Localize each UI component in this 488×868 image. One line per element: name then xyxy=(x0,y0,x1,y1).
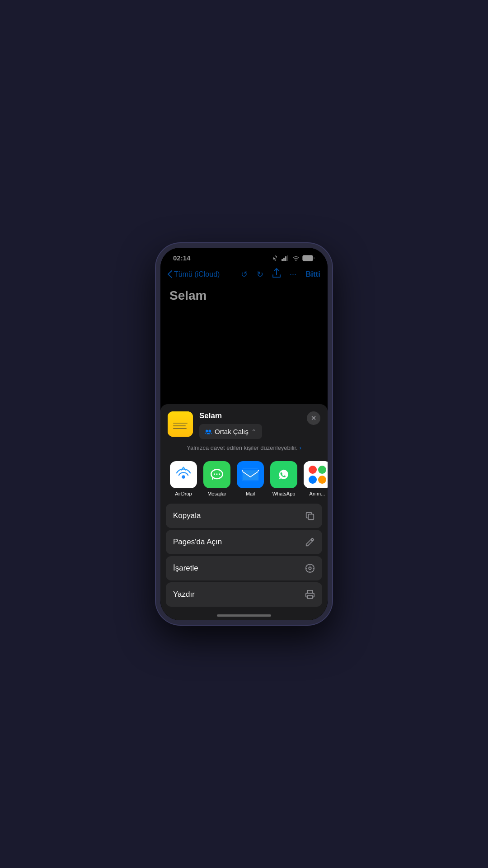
airdrop-label: AirDrop xyxy=(175,491,192,496)
anim-app-item[interactable]: Anım... xyxy=(301,461,328,496)
pages-label: Pages'da Açın xyxy=(173,538,222,547)
svg-point-13 xyxy=(219,473,220,475)
svg-rect-18 xyxy=(308,514,314,519)
mail-label: Mail xyxy=(246,491,255,496)
markup-action[interactable]: İşaretle xyxy=(166,556,322,580)
svg-point-20 xyxy=(309,567,311,570)
share-header: Selam Ortak Çalış ⌃ ✕ xyxy=(160,404,328,444)
whatsapp-icon xyxy=(270,461,297,488)
anim-icon xyxy=(304,461,328,488)
messages-label: Mesajlar xyxy=(207,491,226,496)
markup-label: İşaretle xyxy=(173,564,198,573)
print-label: Yazdır xyxy=(173,590,195,599)
svg-point-12 xyxy=(216,473,217,475)
markup-icon xyxy=(305,563,315,573)
collab-label: Ortak Çalış xyxy=(215,428,249,435)
copy-label: Kopyala xyxy=(173,511,201,520)
messages-icon xyxy=(203,461,230,488)
pages-action[interactable]: Pages'da Açın xyxy=(166,530,322,554)
share-doc-title: Selam xyxy=(199,411,320,420)
edit-icon xyxy=(305,537,315,547)
svg-point-6 xyxy=(206,429,208,432)
anim-label: Anım... xyxy=(310,491,325,496)
svg-rect-25 xyxy=(308,595,313,599)
svg-point-7 xyxy=(208,429,211,432)
phone-frame: 02:14 xyxy=(156,243,332,625)
main-content: 02:14 xyxy=(160,248,328,620)
action-list: Kopyala Pages'da Açın İşaretle xyxy=(166,504,322,607)
share-sheet: Selam Ortak Çalış ⌃ ✕ Yalnızca dave xyxy=(160,404,328,620)
home-indicator xyxy=(217,614,271,617)
apps-row: AirDrop Mesajlar xyxy=(160,458,328,504)
print-icon xyxy=(305,590,315,599)
whatsapp-app-item[interactable]: WhatsApp xyxy=(268,461,300,496)
dynamic-island xyxy=(217,252,271,268)
copy-action[interactable]: Kopyala xyxy=(166,504,322,528)
close-button[interactable]: ✕ xyxy=(307,411,320,425)
share-subtitle: Yalnızca davet edilen kişiler düzenleyeb… xyxy=(160,444,328,458)
share-header-info: Selam Ortak Çalış ⌃ xyxy=(199,411,320,439)
airdrop-icon xyxy=(170,461,197,488)
mail-icon xyxy=(237,461,264,488)
copy-icon xyxy=(305,511,315,521)
airdrop-app-item[interactable]: AirDrop xyxy=(168,461,199,496)
subtitle-chevron-icon: › xyxy=(300,445,301,451)
print-action[interactable]: Yazdır xyxy=(166,582,322,607)
svg-point-8 xyxy=(182,475,185,479)
messages-app-item[interactable]: Mesajlar xyxy=(201,461,233,496)
collaboration-button[interactable]: Ortak Çalış ⌃ xyxy=(199,424,262,439)
notes-app-icon xyxy=(168,411,193,437)
svg-point-11 xyxy=(214,473,215,475)
whatsapp-label: WhatsApp xyxy=(272,491,296,496)
collab-chevron-icon: ⌃ xyxy=(251,428,257,435)
mail-app-item[interactable]: Mail xyxy=(235,461,266,496)
